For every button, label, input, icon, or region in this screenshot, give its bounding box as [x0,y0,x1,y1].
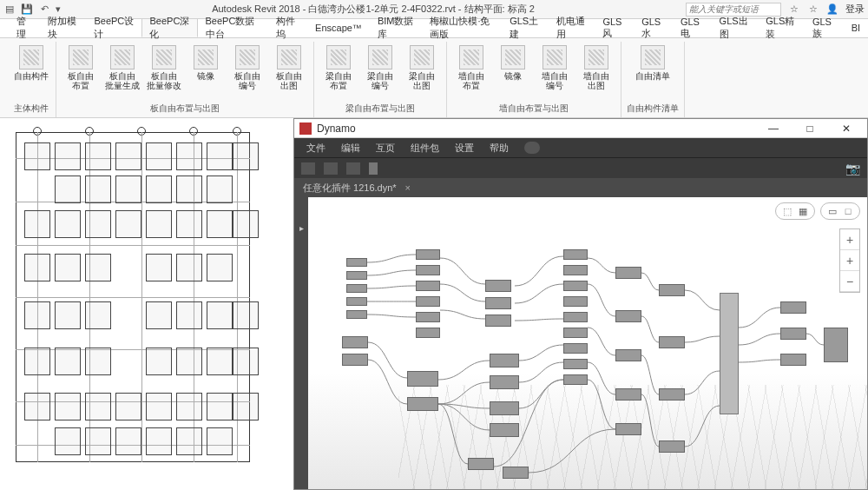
ribbon-tab[interactable]: BeePC数据中台 [198,18,269,37]
dynamo-node[interactable] [615,349,641,361]
dynamo-node[interactable] [490,375,519,389]
dynamo-library-collapsed[interactable]: ▸ [294,197,308,489]
ribbon-button[interactable]: 墙自由布置 [452,42,490,101]
tab-close-icon[interactable]: × [405,182,411,193]
dynamo-node[interactable] [720,293,739,414]
dynamo-node[interactable] [342,354,368,366]
ribbon-button[interactable]: 墙自由出图 [577,42,615,101]
graph-view-icon[interactable]: ⬚ [781,205,793,217]
dynamo-node[interactable] [659,388,685,401]
dynamo-menu-item[interactable]: 组件包 [411,142,439,155]
dynamo-node[interactable] [615,388,641,401]
dynamo-node[interactable] [346,297,367,306]
zoom-out-button[interactable]: − [840,271,859,292]
zoom-home-button[interactable]: + [840,229,859,250]
ribbon-tab[interactable]: BeePC深化 [141,18,197,37]
dynamo-node[interactable] [780,328,806,340]
dynamo-menu-item[interactable]: 互页 [376,142,395,155]
dynamo-node[interactable] [563,328,588,338]
3d-view-icon[interactable]: ▦ [797,205,809,217]
dynamo-node[interactable] [615,310,641,322]
dynamo-node[interactable] [490,401,519,415]
window-minimize-button[interactable]: — [758,120,789,137]
dynamo-info-icon[interactable] [524,142,540,154]
camera-icon[interactable]: 📷 [845,162,860,175]
login-button[interactable]: 登录 [845,3,865,16]
ribbon-tab[interactable]: BeePC设计 [86,18,141,37]
save-icon[interactable]: 💾 [21,3,33,16]
fit-icon[interactable]: ▭ [826,205,838,217]
ribbon-tab[interactable]: 机电通用 [549,18,595,37]
ribbon-tab[interactable]: Enscape™ [307,18,370,37]
dynamo-node[interactable] [490,423,519,437]
new-file-icon[interactable] [301,162,315,175]
ribbon-tab[interactable]: 管理 [9,18,40,37]
dynamo-node[interactable] [824,328,848,362]
ribbon-tab[interactable]: GLS族 [805,18,844,37]
dynamo-titlebar[interactable]: Dynamo — □ ✕ [294,119,867,138]
dynamo-node[interactable] [563,265,588,275]
undo-icon[interactable]: ↶ [38,3,50,16]
favorites-icon[interactable]: ☆ [807,3,819,16]
window-maximize-button[interactable]: □ [794,120,825,137]
dynamo-node[interactable] [416,281,440,291]
subscription-icon[interactable]: ☆ [788,3,800,16]
dynamo-node[interactable] [615,423,641,435]
ribbon-button[interactable]: 板自由出图 [270,42,308,101]
ribbon-tab[interactable]: BI [844,18,868,37]
dynamo-node[interactable] [563,359,588,369]
ribbon-button[interactable]: 梁自由出图 [403,42,441,101]
ribbon-button[interactable]: 自由清单 [634,42,672,101]
ribbon-button[interactable]: 梁自由布置 [319,42,358,101]
dynamo-node[interactable] [346,310,367,319]
ribbon-button[interactable]: 板自由布置 [62,42,100,101]
dynamo-node[interactable] [615,267,641,279]
dynamo-node[interactable] [563,312,588,322]
ribbon-tab[interactable]: GLS水 [634,18,673,37]
dynamo-node[interactable] [346,271,367,280]
ribbon-tab[interactable]: GLS电 [673,18,712,37]
ribbon-button[interactable]: 镜像 [187,42,225,101]
dynamo-node[interactable] [342,336,368,348]
dynamo-node[interactable] [490,354,519,368]
ribbon-button[interactable]: 镜像 [494,42,532,101]
app-menu-icon[interactable]: ▤ [3,3,16,16]
dynamo-node[interactable] [780,301,806,314]
ribbon-tab[interactable]: GLS出图 [712,18,759,37]
window-close-button[interactable]: ✕ [831,120,862,137]
dynamo-node[interactable] [416,328,440,338]
dynamo-node[interactable] [407,397,438,411]
pan-icon[interactable]: □ [842,205,854,217]
dynamo-node[interactable] [659,440,685,453]
run-icon[interactable] [369,162,378,175]
ribbon-button[interactable]: 墙自由编号 [536,42,574,101]
dynamo-node[interactable] [563,281,588,291]
ribbon-tab[interactable]: GLS精装 [758,18,805,37]
dynamo-node[interactable] [503,467,529,479]
dynamo-node[interactable] [563,249,588,260]
save-file-icon[interactable] [346,162,360,175]
dynamo-node[interactable] [659,336,685,348]
dynamo-canvas[interactable]: ▸ ⬚ ▦ ▭ □ + + − [294,197,867,489]
dynamo-node[interactable] [563,343,588,354]
dynamo-menu-item[interactable]: 帮助 [490,142,509,155]
ribbon-tab[interactable]: 构件坞 [268,18,307,37]
zoom-in-button[interactable]: + [840,250,859,271]
dynamo-node[interactable] [416,265,440,275]
dynamo-node[interactable] [563,374,588,385]
ribbon-button[interactable]: 板自由编号 [228,42,266,101]
dynamo-node[interactable] [416,296,440,307]
ribbon-button[interactable]: 梁自由编号 [361,42,399,101]
ribbon-button[interactable]: 板自由批量修改 [145,42,183,101]
fit-controls[interactable]: ▭ □ [820,202,860,220]
dynamo-menu-item[interactable]: 文件 [306,142,326,155]
dynamo-node[interactable] [485,315,511,327]
dynamo-node[interactable] [563,296,588,307]
open-file-icon[interactable] [324,162,338,175]
user-icon[interactable]: 👤 [826,3,838,16]
ribbon-tab[interactable]: GLS风 [595,18,634,37]
dynamo-node[interactable] [468,458,494,470]
dynamo-menu-item[interactable]: 编辑 [341,142,360,155]
dynamo-node[interactable] [416,312,440,322]
ribbon-button[interactable]: 板自由批量生成 [103,42,141,101]
